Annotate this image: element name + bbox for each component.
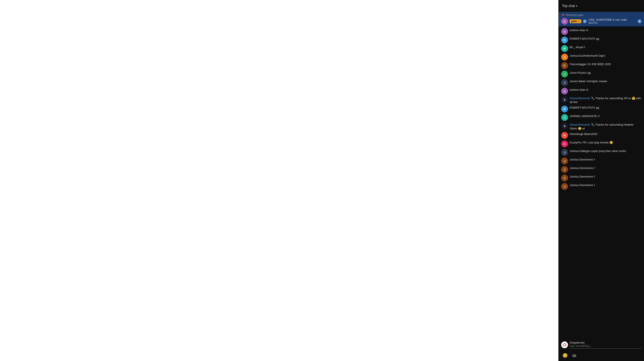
message-avatar: R: [561, 106, 568, 112]
chat-message[interactable]: JJames Bakerfortnightx master: [558, 78, 644, 87]
message-author: andrew elias: [570, 28, 585, 32]
message-avatar: A: [561, 28, 568, 35]
message-text: i cant play fortnite 😞: [587, 141, 613, 144]
message-avatar: S: [561, 123, 568, 129]
message-text: fortnightx master: [587, 80, 607, 83]
message-text: f: [584, 45, 585, 49]
message-body: ROBERT BAUTISTAgg: [570, 106, 642, 109]
message-avatar: J: [561, 183, 568, 190]
chat-message[interactable]: BBh_ Jenyelf: [558, 44, 644, 53]
message-text: super jump then silver surfer: [591, 149, 626, 153]
message-text: Gigi's: [598, 54, 605, 57]
singular-info: Singular.live Say something...: [570, 341, 642, 349]
message-text: gg: [596, 106, 599, 109]
message-author: JANNIEL AMARANTE: [570, 114, 597, 118]
chat-message[interactable]: Aandrew eliashi: [558, 27, 644, 36]
message-body: Joshua Desrivieresf: [570, 157, 642, 161]
chevron-down-icon: ▾: [576, 4, 577, 7]
message-body: ROBERT BAUTISTAgg: [570, 37, 642, 40]
message-avatar: F: [561, 62, 568, 69]
message-avatar: K: [561, 140, 568, 147]
message-avatar: A: [561, 88, 568, 94]
message-author: Jovan Ruzicic: [570, 71, 587, 74]
chat-message[interactable]: JJoshua Gallegossuper jump then silver s…: [558, 148, 644, 157]
chat-message[interactable]: KKuzeyPro TRi cant play fortnite 😞: [558, 140, 644, 148]
chat-action-bar: 😊 🎟: [558, 350, 644, 361]
singular-avatar: [561, 342, 568, 348]
message-avatar: J: [561, 157, 568, 164]
message-avatar: J: [561, 149, 568, 156]
message-text: JOE BIDE 2020: [592, 62, 611, 66]
message-body: andrew eliashi: [570, 28, 642, 32]
message-body: Joshua Desrivieresf: [570, 175, 642, 178]
message-author: Joshua Ezeheberhardt: [570, 54, 598, 57]
pin-icon: 📌: [561, 14, 564, 16]
message-body: andrew eliashi: [570, 88, 642, 91]
message-body: Joshua EzeheberhardtGigi's: [570, 54, 642, 57]
gift-icon: 🎟: [572, 353, 576, 358]
chat-message[interactable]: SStreamElements 🔧Thanks for subscribing …: [558, 95, 644, 105]
message-text: gg: [596, 37, 599, 40]
main-content: [0, 0, 558, 361]
message-body: StreamElements 🔧Thanks for subscribing H…: [570, 123, 642, 130]
message-text: hi: [586, 28, 588, 32]
chat-header-title[interactable]: Top chat ▾: [562, 4, 577, 8]
pinned-avatar: G: [561, 18, 568, 25]
message-avatar: J: [561, 54, 568, 60]
message-author: James Baker: [570, 80, 586, 83]
chat-message[interactable]: Aandrew eliashi: [558, 87, 644, 95]
message-author: Joshua Desrivieres: [570, 158, 593, 161]
message-text: f: [594, 183, 595, 187]
chat-panel: Top chat ▾ 📌 Pinned by gattu G gattu ✓ V…: [558, 0, 644, 361]
message-author: Ramkkingk: [570, 132, 583, 136]
message-avatar: R: [561, 37, 568, 43]
chat-header: Top chat ▾: [558, 0, 644, 12]
pinned-header: 📌 Pinned by gattu: [561, 14, 642, 16]
chat-message[interactable]: JJoshua Desrivieresf: [558, 165, 644, 174]
message-author: ROBERT BAUTISTA: [570, 106, 595, 109]
say-something-text[interactable]: Say something...: [570, 344, 642, 349]
message-author: Joshua Desrivieres: [570, 183, 593, 187]
message-author: Joshua Gallegos: [570, 149, 590, 153]
message-body: JANNIEL AMARANTErf: [570, 114, 642, 118]
message-author: StreamElements 🔧: [570, 97, 594, 100]
message-author: Falcondagger 10: [570, 62, 590, 66]
chat-message[interactable]: JJovan Ruzicicgg: [558, 70, 644, 78]
chat-message[interactable]: SStreamElements 🔧Thanks for subscribing …: [558, 122, 644, 131]
chat-message[interactable]: RRamkkingkBiden2020: [558, 131, 644, 140]
emoji-icon: 😊: [562, 353, 568, 358]
message-avatar: S: [561, 96, 568, 103]
chat-message[interactable]: JJoshua EzeheberhardtGigi's: [558, 53, 644, 61]
message-body: KuzeyPro TRi cant play fortnite 😞: [570, 140, 642, 144]
pinned-message[interactable]: 📌 Pinned by gattu G gattu ✓ V LIKE, SUBS…: [558, 12, 644, 26]
message-text: f: [594, 175, 595, 178]
message-body: RamkkingkBiden2020: [570, 132, 642, 136]
message-text: hi: [586, 88, 588, 91]
message-body: Jovan Ruzicicgg: [570, 71, 642, 74]
message-author: StreamElements 🔧: [570, 123, 594, 126]
chat-message[interactable]: JJoshua Desrivieresf: [558, 157, 644, 165]
chat-message[interactable]: JJoshua Desrivieresf: [558, 182, 644, 191]
message-body: Joshua Gallegossuper jump then silver su…: [570, 149, 642, 153]
chat-message[interactable]: JJANNIEL AMARANTErf: [558, 113, 644, 122]
chat-message[interactable]: RROBERT BAUTISTAgg: [558, 36, 644, 44]
gift-button[interactable]: 🎟: [570, 352, 578, 359]
chat-message[interactable]: FFalcondagger 10JOE BIDE 2020: [558, 61, 644, 70]
v-badge-2: V: [638, 19, 642, 23]
message-avatar: J: [561, 79, 568, 86]
message-body: StreamElements 🔧Thanks for subscribing X…: [570, 96, 642, 104]
message-body: Falcondagger 10JOE BIDE 2020: [570, 62, 642, 66]
chat-message[interactable]: RROBERT BAUTISTAgg: [558, 105, 644, 113]
message-author: andrew elias: [570, 88, 585, 91]
pinned-by-label: Pinned by gattu: [566, 14, 583, 16]
message-avatar: J: [561, 114, 568, 121]
message-author: Bh_ Jenyel: [570, 45, 583, 49]
pinned-text: LIKE, SUBSCRIBE & use code: GATTU V: [588, 18, 642, 24]
chat-messages[interactable]: Aandrew eliashiRROBERT BAUTISTAggBBh_ Je…: [558, 26, 644, 340]
chat-message[interactable]: JJoshua Desrivieresf: [558, 174, 644, 182]
message-avatar: J: [561, 71, 568, 77]
emoji-button[interactable]: 😊: [561, 352, 569, 359]
message-body: Joshua Desrivieresf: [570, 183, 642, 187]
top-chat-label: Top chat: [562, 4, 575, 8]
message-avatar: J: [561, 175, 568, 181]
